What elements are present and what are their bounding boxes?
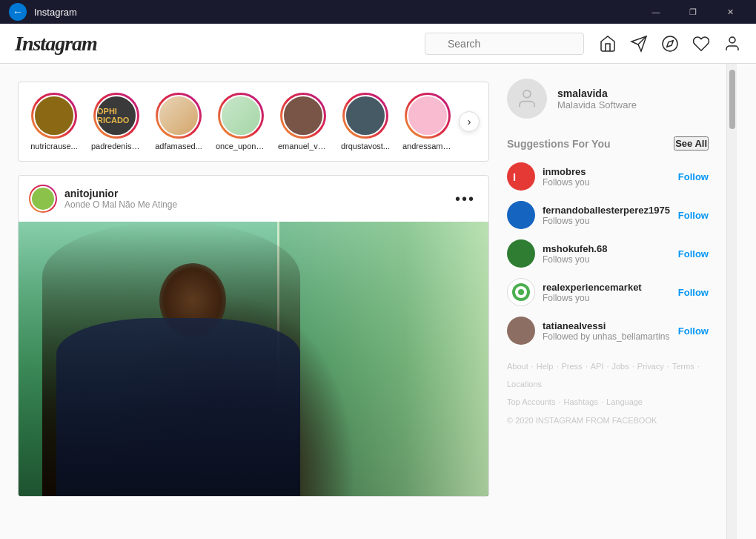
scrollbar[interactable] [726,64,737,539]
story-avatar-ring [405,93,451,139]
footer-link-language[interactable]: Language [606,395,643,410]
heart-nav-button[interactable] [692,35,710,53]
window-controls: — ❐ ✕ [639,0,747,24]
suggestion-sub: Follows you [543,177,671,188]
suggestion-item-realexperience: realexperiencemarket Follows you Follow [507,278,709,306]
svg-text:I: I [513,171,516,183]
story-avatar-ring [280,93,326,139]
story-username: emanuel_ve... [278,142,328,151]
story-item[interactable]: OPHI RICADO padredenisri... [90,93,143,151]
see-all-button[interactable]: See All [674,136,709,151]
suggestion-item-inmobres: I inmobres Follows you Follow [507,162,709,191]
instagram-logo: Instagram [15,32,425,56]
sidebar-footer: About · Help · Press · API · Jobs · Priv… [507,360,709,429]
follow-button-fernando[interactable]: Follow [678,210,709,221]
story-avatar [33,95,75,136]
footer-link-jobs[interactable]: Jobs [611,360,629,374]
story-avatar-ring [156,93,202,139]
suggestion-info: realexperiencemarket Follows you [543,282,671,303]
post-avatar-ring[interactable] [29,185,57,213]
suggestion-info: mshokufeh.68 Follows you [543,243,671,265]
minimize-button[interactable]: — [639,0,673,24]
story-username: padredenisri... [91,142,142,151]
story-avatar-ring [218,93,264,139]
follow-button-mshokufeh[interactable]: Follow [678,248,709,259]
suggestion-avatar[interactable] [507,239,535,268]
profile-nav-button[interactable] [723,35,741,53]
story-item[interactable]: nutricrause... [27,93,81,151]
story-item[interactable]: once_upon_... [214,93,268,151]
suggestion-item-mshokufeh: mshokufeh.68 Follows you Follow [507,239,709,268]
story-item[interactable]: emanuel_ve... [276,93,330,151]
footer-link-about[interactable]: About [507,360,528,374]
footer-link-press[interactable]: Press [562,360,583,374]
suggestion-avatar[interactable]: I [507,162,535,191]
footer-link-terms[interactable]: Terms [672,360,694,374]
sidebar-avatar[interactable] [507,79,547,119]
follow-button-tatiane[interactable]: Follow [678,325,709,337]
stories-next-button[interactable]: › [459,111,480,132]
post-more-button[interactable]: ••• [452,188,478,211]
nav-icons [599,35,741,53]
post-username[interactable]: anitojunior [64,188,452,199]
footer-link-api[interactable]: API [591,360,604,374]
story-username: adfamased... [155,142,202,151]
footer-link-privacy[interactable]: Privacy [637,360,664,374]
home-nav-button[interactable] [599,35,617,53]
suggestion-username[interactable]: tatianealvessi [543,320,671,331]
story-item[interactable]: drqustavost... [339,93,392,151]
svg-point-9 [518,289,524,295]
suggestions-title: Suggestions For You [507,138,611,150]
maximize-button[interactable]: ❐ [676,0,710,24]
story-avatar [282,95,324,136]
close-button[interactable]: ✕ [713,0,747,24]
suggestion-info: tatianealvessi Followed by unhas_bellama… [543,320,671,342]
footer-link-top-accounts[interactable]: Top Accounts [507,395,555,410]
story-avatar-ring [342,93,388,139]
story-avatar: OPHI RICADO [96,95,137,136]
story-avatar [220,95,262,136]
suggestion-username[interactable]: mshokufeh.68 [543,243,671,254]
story-avatar [345,95,386,136]
sidebar-display-name: Malavida Software [557,99,637,110]
window-back-button[interactable]: ← [9,3,27,21]
story-avatar-ring: OPHI RICADO [93,93,139,139]
post-user-info: anitojunior Aonde O Mal Não Me Atinge [64,188,452,210]
svg-point-2 [663,36,677,51]
story-username: drqustavost... [341,142,390,151]
story-avatar [158,95,199,136]
suggestion-username[interactable]: fernandoballesterperez1975 [543,205,671,216]
story-username: nutricrause... [30,142,78,151]
suggestion-username[interactable]: inmobres [543,166,671,177]
sidebar-profile-info: smalavida Malavida Software [557,87,637,110]
suggestion-avatar[interactable] [507,201,535,229]
footer-link-hashtags[interactable]: Hashtags [564,395,598,410]
footer-links-2: Top Accounts · Hashtags · Language [507,395,709,410]
footer-link-help[interactable]: Help [537,360,554,374]
story-item[interactable]: andressame... [401,93,454,151]
explore-nav-button[interactable] [661,35,679,53]
sidebar: smalavida Malavida Software Suggestions … [489,64,726,539]
follow-button-realexperience[interactable]: Follow [678,287,709,298]
story-item[interactable]: adfamased... [152,93,205,151]
send-nav-button[interactable] [630,35,648,53]
suggestion-avatar[interactable] [507,317,535,345]
post-card: anitojunior Aonde O Mal Não Me Atinge ••… [18,175,489,497]
scrollbar-thumb[interactable] [729,70,735,129]
search-wrapper: 🔍 [425,33,584,55]
window-chrome: ← Instagram — ❐ ✕ [0,0,756,24]
suggestion-info: inmobres Follows you [543,166,671,188]
search-input[interactable] [425,33,584,55]
svg-point-5 [523,90,531,98]
footer-copyright: © 2020 INSTAGRAM FROM FACEBOOK [507,414,709,429]
suggestion-item-tatiane: tatianealvessi Followed by unhas_bellama… [507,317,709,345]
post-header: anitojunior Aonde O Mal Não Me Atinge ••… [19,176,488,222]
footer-link-locations[interactable]: Locations [507,377,542,392]
sidebar-username[interactable]: smalavida [557,87,637,99]
suggestion-sub: Follows you [543,216,671,226]
suggestion-sub: Follows you [543,254,671,265]
window-title: Instagram [34,7,639,18]
suggestion-avatar[interactable] [507,278,535,306]
follow-button-inmobres[interactable]: Follow [678,171,709,182]
suggestion-username[interactable]: realexperiencemarket [543,282,671,293]
